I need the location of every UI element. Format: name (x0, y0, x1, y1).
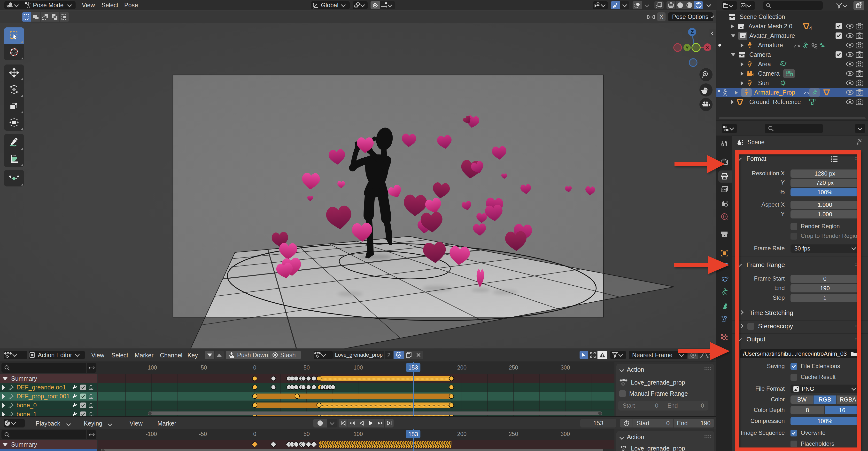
svg-text:Z: Z (690, 29, 693, 35)
svg-text:Y: Y (685, 45, 689, 51)
svg-text:X: X (706, 45, 709, 50)
